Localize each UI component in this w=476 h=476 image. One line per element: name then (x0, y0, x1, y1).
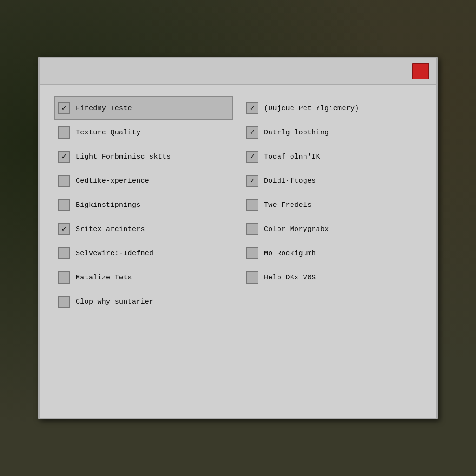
checkbox-item-tocaf-olnn-ik[interactable]: Tocaf olnn'IK (243, 145, 422, 169)
dialog-content: Firedmy TesteTexture QualityLight Forbmi… (40, 85, 436, 418)
checkbox-label-matalize-twts: Matalize Twts (76, 274, 132, 282)
checkbox-item-color-morygrabx[interactable]: Color Morygrabx (243, 217, 422, 241)
checkbox-label-color-morygrabx: Color Morygrabx (264, 225, 329, 233)
checkbox-box-twe-fredels (246, 199, 258, 211)
settings-dialog: Firedmy TesteTexture QualityLight Forbmi… (38, 57, 438, 419)
checkbox-box-sritex-arcinters (58, 223, 70, 235)
checkbox-item-light-forbminisc[interactable]: Light Forbminisc skIts (54, 145, 233, 169)
checkbox-label-twe-fredels: Twe Fredels (264, 201, 311, 209)
checkbox-box-selvewire-idefned (58, 247, 70, 259)
checkbox-box-dujcue-pet (246, 102, 258, 114)
checkbox-label-dujcue-pet: (Dujcue Pet Ylgiemery) (264, 105, 359, 112)
checkbox-box-tocaf-olnn-ik (246, 151, 258, 163)
title-bar (40, 58, 436, 85)
checkbox-item-firedmy-teste[interactable]: Firedmy Teste (54, 96, 233, 120)
checkbox-label-tocaf-olnn-ik: Tocaf olnn'IK (264, 153, 320, 161)
checkbox-box-texture-quality (58, 126, 70, 139)
checkbox-label-mo-rockigumh: Mo Rockigumh (264, 250, 316, 258)
checkbox-label-sritex-arcinters: Sritex arcinters (76, 225, 145, 233)
checkbox-box-mo-rockigumh (246, 247, 258, 259)
left-column: Firedmy TesteTexture QualityLight Forbmi… (54, 96, 233, 314)
checkbox-item-dujcue-pet[interactable]: (Dujcue Pet Ylgiemery) (243, 96, 422, 120)
checkbox-item-doldl-ftoges[interactable]: Doldl·ftoges (243, 169, 422, 193)
checkbox-item-mo-rockigumh[interactable]: Mo Rockigumh (243, 241, 422, 265)
checkbox-label-light-forbminisc: Light Forbminisc skIts (76, 153, 171, 161)
checkbox-label-clop-why-suntarier: Clop why suntarier (76, 298, 153, 306)
checkbox-label-bigkinstipnings: Bigkinstipnings (76, 201, 141, 209)
checkbox-label-help-dkx-v6s: Help DKx V6S (264, 274, 316, 282)
checkbox-item-cedtike-xperience[interactable]: Cedtike-xperience (54, 169, 233, 193)
checkbox-label-doldl-ftoges: Doldl·ftoges (264, 177, 316, 185)
checkbox-label-firedmy-teste: Firedmy Teste (76, 105, 132, 112)
checkbox-box-light-forbminisc (58, 151, 70, 163)
checkbox-box-help-dkx-v6s (246, 271, 258, 284)
checkbox-label-texture-quality: Texture Quality (76, 129, 141, 137)
columns-container: Firedmy TesteTexture QualityLight Forbmi… (54, 96, 422, 314)
checkbox-label-datrlg-lopthing: Datrlg lopthing (264, 129, 329, 137)
checkbox-box-cedtike-xperience (58, 175, 70, 187)
checkbox-label-cedtike-xperience: Cedtike-xperience (76, 177, 149, 185)
checkbox-item-bigkinstipnings[interactable]: Bigkinstipnings (54, 193, 233, 217)
checkbox-box-matalize-twts (58, 271, 70, 284)
checkbox-item-clop-why-suntarier[interactable]: Clop why suntarier (54, 290, 233, 314)
checkbox-item-datrlg-lopthing[interactable]: Datrlg lopthing (243, 120, 422, 145)
checkbox-box-bigkinstipnings (58, 199, 70, 211)
checkbox-box-color-morygrabx (246, 223, 258, 235)
checkbox-item-help-dkx-v6s[interactable]: Help DKx V6S (243, 265, 422, 290)
checkbox-item-twe-fredels[interactable]: Twe Fredels (243, 193, 422, 217)
right-column: (Dujcue Pet Ylgiemery)Datrlg lopthingToc… (243, 96, 422, 314)
checkbox-box-clop-why-suntarier (58, 296, 70, 308)
checkbox-box-firedmy-teste (58, 102, 70, 114)
checkbox-box-datrlg-lopthing (246, 126, 258, 139)
checkbox-item-sritex-arcinters[interactable]: Sritex arcinters (54, 217, 233, 241)
checkbox-item-selvewire-idefned[interactable]: Selvewire:-Idefned (54, 241, 233, 265)
checkbox-item-matalize-twts[interactable]: Matalize Twts (54, 265, 233, 290)
checkbox-box-doldl-ftoges (246, 175, 258, 187)
checkbox-label-selvewire-idefned: Selvewire:-Idefned (76, 250, 153, 258)
checkbox-item-texture-quality[interactable]: Texture Quality (54, 120, 233, 145)
close-button[interactable] (412, 63, 429, 79)
